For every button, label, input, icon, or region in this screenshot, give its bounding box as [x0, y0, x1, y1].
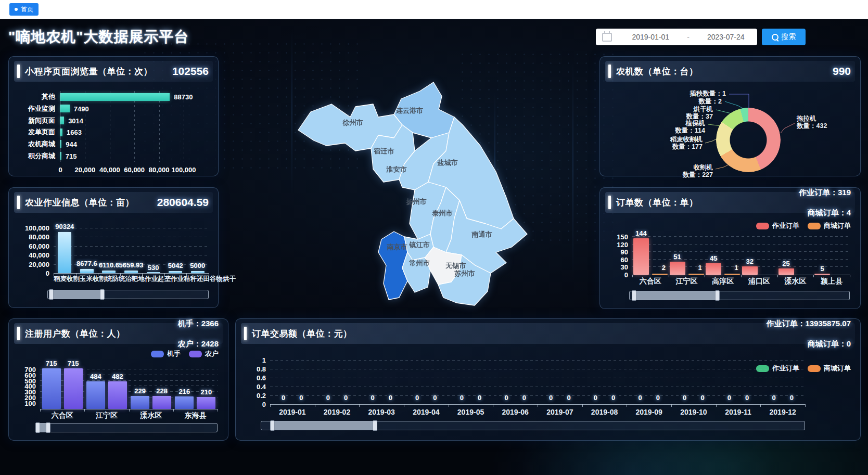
browser-tab-bar: 首页	[0, 0, 868, 19]
value-label: 2	[662, 264, 666, 272]
data-zoom-handle[interactable]	[51, 290, 103, 299]
month-label: 2019-05	[449, 408, 493, 416]
category-label: 江宁区	[669, 277, 705, 285]
zoom-grip-left[interactable]	[632, 290, 636, 301]
value-label: 90324	[55, 223, 74, 230]
axis-tick-label: 100,000	[25, 224, 49, 232]
panel-header: 注册用户数（单位：人） 机手：2366 农户：2428	[14, 323, 223, 344]
zoom-grip-left[interactable]	[49, 289, 54, 300]
data-zoom-handle[interactable]	[634, 291, 717, 300]
category-label: 统防统治	[106, 275, 132, 283]
legend-item[interactable]: 商城订单	[808, 221, 851, 230]
axis-tick	[582, 404, 583, 407]
value-label: 0	[549, 394, 553, 402]
zoom-grip-right[interactable]	[715, 290, 720, 301]
axis-tick	[359, 404, 360, 407]
start-date-field[interactable]: 2019-01-01	[619, 33, 682, 41]
panel-revenue: 订单交易额（单位：元） 作业订单：13935875.07 商城订单：0 作业订单…	[235, 318, 861, 441]
header-accent-bar	[17, 327, 20, 340]
bar-row: 新闻页面3014	[60, 114, 184, 126]
value-label: 0	[745, 394, 749, 402]
panel-stats: 作业订单：319 商城订单：4	[799, 187, 851, 218]
legend-item[interactable]: 作业订单	[756, 221, 799, 230]
legend-label: 农户	[205, 349, 219, 358]
bar	[152, 396, 171, 409]
bar-wrap: 484	[86, 365, 105, 409]
bar-slot: 530	[142, 228, 164, 273]
axis-tick	[850, 275, 850, 277]
month-label: 2019-03	[359, 408, 404, 416]
bar	[108, 381, 127, 409]
category-label: 六合区	[40, 411, 84, 419]
category-label: 溧水区	[777, 277, 814, 285]
value-label: 5	[821, 265, 824, 273]
zoom-grip-left[interactable]	[270, 420, 275, 431]
bar	[175, 396, 194, 409]
category-label: 六合区	[632, 277, 669, 285]
zoom-grip-left[interactable]	[35, 422, 40, 433]
value-label: 5659.93	[119, 261, 144, 269]
panel-total-value: 102556	[172, 65, 209, 78]
panel-title: 农机数（单位：台）	[616, 66, 698, 78]
legend-item[interactable]: 机手	[151, 349, 181, 358]
bar-group: 1442	[632, 235, 669, 275]
data-zoom-slider[interactable]	[37, 423, 218, 432]
legend-label: 商城订单	[824, 364, 851, 373]
data-zoom-handle[interactable]	[272, 421, 375, 430]
bar	[86, 381, 105, 409]
axis-tick-label: 120	[617, 240, 628, 248]
data-zoom-slider[interactable]	[629, 291, 850, 300]
category-label: 农机商城	[28, 139, 55, 149]
zoom-grip-right[interactable]	[373, 420, 377, 431]
data-zoom-handle[interactable]	[37, 423, 48, 432]
farming-chart: 100,00080,00060,00040,00020,000090324867…	[14, 214, 213, 303]
axis-tick-label: 1	[262, 356, 266, 364]
bar-group: 32	[741, 235, 777, 275]
month-slot: 00	[627, 360, 671, 404]
category-label: 稻麦收割	[54, 275, 80, 283]
bar-row: 发单页面1663	[60, 126, 184, 138]
bar	[778, 268, 794, 275]
panel-title: 小程序页面浏览量（单位：次）	[25, 66, 152, 78]
bar	[670, 262, 685, 275]
month-slot: 00	[493, 360, 538, 404]
axis-tick-label: 80,000	[149, 166, 170, 174]
data-zoom-slider[interactable]	[47, 290, 209, 299]
value-label: 210	[201, 388, 212, 396]
bar	[60, 117, 64, 124]
home-tab-button[interactable]: 首页	[9, 3, 39, 16]
bar	[60, 105, 70, 112]
axis-tick-label: 0	[624, 271, 628, 279]
pie-label: 收割机 数量：227	[683, 164, 713, 179]
month-slot: 00	[582, 360, 627, 404]
legend-item[interactable]: 商城订单	[808, 364, 851, 373]
value-label: 0	[478, 394, 481, 402]
end-date-field[interactable]: 2023-07-24	[695, 33, 758, 41]
bar	[64, 368, 83, 409]
bar-wrap: 229	[131, 365, 149, 409]
zoom-grip-right[interactable]	[100, 289, 105, 300]
category-label: 玉米收割	[80, 275, 106, 283]
axis-tick	[449, 404, 449, 407]
pie-label: 烘干机 数量：37	[686, 106, 713, 121]
bar-slot: 5000	[186, 228, 209, 273]
pageviews-chart: 其他88730作业监测7490新闻页面3014发单页面1663农机商城944积分…	[14, 83, 213, 172]
axis-tick-label: 0.8	[257, 365, 266, 373]
date-range-picker[interactable]: 2019-01-01 - 2023-07-24	[596, 29, 757, 45]
bar	[80, 269, 94, 273]
data-zoom-slider[interactable]	[261, 421, 805, 430]
panel-title: 订单交易额（单位：元）	[252, 328, 352, 340]
bar-slot: 90324	[54, 228, 76, 273]
legend-swatch	[756, 223, 769, 229]
value-label: 0	[415, 394, 419, 402]
axis-tick-label: 0	[58, 166, 62, 174]
bar-groups: 144251145132255	[632, 235, 850, 275]
legend-item[interactable]: 农户	[189, 349, 219, 358]
zoom-grip-right[interactable]	[46, 422, 50, 433]
value-label: 229	[134, 387, 146, 395]
bar-wrap: 51	[670, 235, 685, 275]
search-button[interactable]: 搜索	[762, 29, 806, 45]
legend-label: 作业订单	[772, 221, 799, 230]
value-label: 0	[433, 394, 437, 402]
bar-wrap: 216	[175, 365, 194, 409]
